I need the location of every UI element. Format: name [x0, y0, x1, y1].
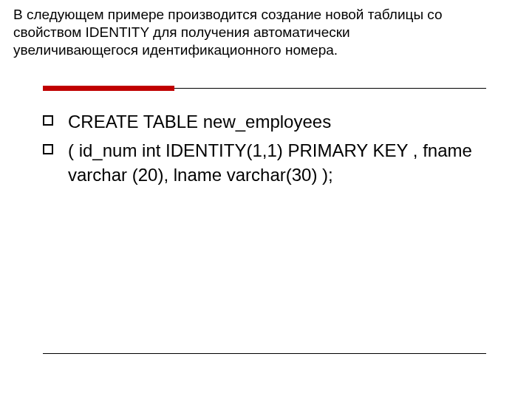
square-bullet-icon — [43, 115, 53, 126]
slide: В следующем примере производится создани… — [0, 0, 532, 399]
list-item-text: CREATE TABLE new_employees — [68, 109, 331, 134]
square-bullet-icon — [43, 144, 53, 154]
list-item: CREATE TABLE new_employees — [43, 109, 486, 134]
list-item-text: ( id_num int IDENTITY(1,1) PRIMARY KEY ,… — [68, 138, 486, 187]
list-item: ( id_num int IDENTITY(1,1) PRIMARY KEY ,… — [43, 138, 486, 187]
title-underline-accent — [43, 86, 174, 91]
slide-title: В следующем примере производится создани… — [13, 6, 471, 58]
bottom-divider — [43, 353, 486, 354]
content-area: CREATE TABLE new_employees ( id_num int … — [43, 109, 486, 191]
title-underline — [43, 86, 486, 93]
